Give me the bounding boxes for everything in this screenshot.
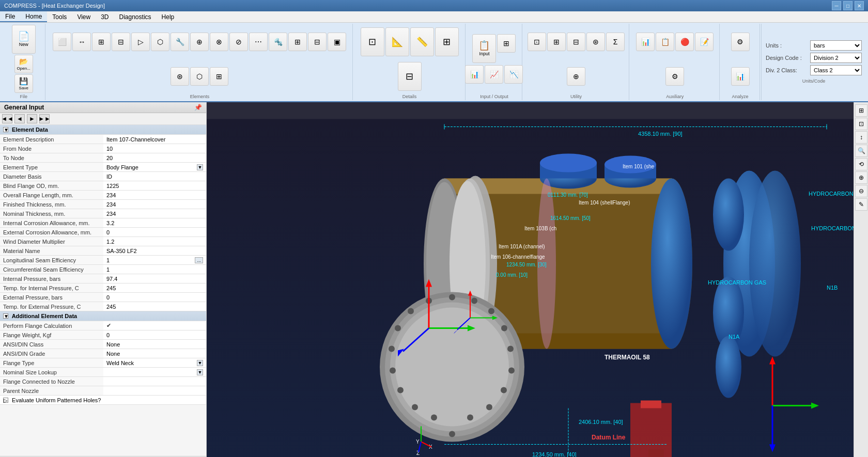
elem-btn-10[interactable]: ⊘	[229, 33, 248, 51]
nav-first[interactable]: ◄◄	[2, 114, 12, 123]
value-flange-connected[interactable]	[103, 377, 206, 386]
elem-btn-3[interactable]: ⊞	[92, 33, 111, 51]
elem-btn-13[interactable]: ⊞	[288, 33, 307, 51]
elem-btn-5[interactable]: ▷	[131, 33, 150, 51]
right-tool-8[interactable]: ✎	[855, 198, 867, 211]
analyze-btn-2[interactable]: 📊	[731, 67, 750, 86]
value-diameter-basis[interactable]: ID	[103, 172, 206, 181]
util-btn-2[interactable]: ⊞	[547, 33, 566, 51]
right-tool-4[interactable]: 🔍	[855, 145, 867, 157]
details-btn-5[interactable]: ⊟	[398, 62, 422, 91]
value-longitudinal-seam[interactable]: 1 ...	[103, 256, 206, 265]
menu-view[interactable]: View	[72, 11, 96, 22]
elem-btn-7[interactable]: 🔧	[171, 33, 189, 51]
details-btn-1[interactable]: ⊡	[361, 27, 384, 56]
value-material-name[interactable]: SA-350 LF2	[103, 246, 206, 256]
io-btn-5[interactable]: 📉	[504, 65, 523, 84]
value-ansi-class[interactable]: None	[103, 340, 206, 349]
elem-btn-15[interactable]: ▣	[328, 33, 346, 51]
aux-btn-1[interactable]: 📊	[636, 33, 655, 51]
value-ansi-grade[interactable]: None	[103, 349, 206, 358]
minimize-button[interactable]: ─	[832, 1, 841, 10]
value-external-pressure[interactable]: 0	[103, 293, 206, 302]
aux-btn-3[interactable]: 🔴	[675, 33, 694, 51]
util-btn-1[interactable]: ⊡	[528, 33, 546, 51]
value-temp-external[interactable]: 245	[103, 302, 206, 311]
value-perform-flange[interactable]: ✔	[103, 321, 206, 330]
elem-btn-11[interactable]: ⋯	[249, 33, 268, 51]
nominal-size-dropdown[interactable]: ▼	[197, 369, 203, 375]
longitudinal-seam-dots[interactable]: ...	[195, 257, 203, 263]
save-button[interactable]: 💾 Save	[14, 74, 33, 93]
units-select[interactable]: bars psi MPa kPa	[810, 40, 862, 51]
io-btn-3[interactable]: 📊	[465, 65, 484, 84]
nav-prev[interactable]: ◄	[14, 114, 25, 123]
open-button[interactable]: 📂 Open...	[14, 55, 33, 73]
elem-btn-4[interactable]: ⊟	[112, 33, 130, 51]
menu-tools[interactable]: Tools	[47, 11, 72, 22]
value-from-node[interactable]: 10	[103, 144, 206, 153]
elem-btn-8[interactable]: ⊕	[190, 33, 209, 51]
value-nominal-thickness[interactable]: 234	[103, 209, 206, 218]
value-temp-internal[interactable]: 245	[103, 283, 206, 293]
value-element-type[interactable]: Body Flange ▼	[103, 163, 206, 172]
elem-btn-6[interactable]: ⬡	[151, 33, 169, 51]
value-flange-weight[interactable]: 0	[103, 330, 206, 340]
new-button[interactable]: 📄 New	[12, 25, 36, 54]
maximize-button[interactable]: □	[843, 1, 853, 10]
right-tool-6[interactable]: ⊕	[855, 171, 867, 184]
right-tool-7[interactable]: ⊖	[855, 185, 867, 197]
util-btn-5[interactable]: Σ	[606, 33, 625, 51]
details-btn-4[interactable]: ⊞	[435, 27, 459, 56]
details-btn-3[interactable]: 📏	[410, 27, 434, 56]
aux-btn-2[interactable]: 📋	[656, 33, 674, 51]
value-external-corrosion[interactable]: 0	[103, 228, 206, 237]
analyze-btn-1[interactable]: ⚙	[731, 33, 750, 51]
menu-3d[interactable]: 3D	[96, 11, 114, 22]
details-btn-2[interactable]: 📐	[385, 27, 409, 56]
right-tool-2[interactable]: ⊡	[855, 118, 867, 130]
value-wind-diameter[interactable]: 1.2	[103, 237, 206, 246]
value-blind-flange-od[interactable]: 1225	[103, 181, 206, 191]
aux-btn-4[interactable]: 📝	[695, 33, 714, 51]
design-code-select[interactable]: Division 1 Division 2	[810, 53, 862, 63]
elem-btn-14[interactable]: ⊟	[308, 33, 327, 51]
elem-btn-16[interactable]: ⊛	[171, 67, 189, 86]
elem-btn-9[interactable]: ⊗	[210, 33, 228, 51]
elem-btn-18[interactable]: ⊞	[210, 67, 228, 86]
value-to-node[interactable]: 20	[103, 153, 206, 163]
value-element-description[interactable]: Item 107-Channelcover	[103, 135, 206, 144]
div2-class-select[interactable]: Class 1 Class 2 Class 3	[810, 65, 862, 75]
menu-diagnostics[interactable]: Diagnostics	[114, 11, 157, 22]
expand-evaluate-holes[interactable]: ▷	[3, 398, 8, 403]
value-internal-corrosion[interactable]: 3.2	[103, 218, 206, 228]
flange-type-dropdown[interactable]: ▼	[197, 360, 203, 366]
io-btn-2[interactable]: ⊞	[497, 34, 516, 53]
elem-btn-17[interactable]: ⬡	[190, 67, 209, 86]
expand-additional-data[interactable]: ▼	[3, 313, 8, 319]
value-overall-flange-length[interactable]: 234	[103, 191, 206, 200]
util-btn-3[interactable]: ⊟	[567, 33, 585, 51]
io-btn-4[interactable]: 📈	[485, 65, 503, 84]
elem-btn-1[interactable]: ⬜	[53, 33, 71, 51]
value-internal-pressure[interactable]: 97.4	[103, 274, 206, 283]
util-btn-4[interactable]: ⊛	[586, 33, 605, 51]
menu-file[interactable]: File	[0, 11, 20, 22]
value-nominal-size[interactable]: ▼	[103, 368, 206, 377]
nav-next[interactable]: ►	[27, 114, 37, 123]
menu-home[interactable]: Home	[20, 11, 47, 22]
right-tool-5[interactable]: ⟲	[855, 158, 867, 170]
right-tool-1[interactable]: ⊞	[855, 104, 867, 117]
expand-element-data[interactable]: ▼	[3, 127, 8, 132]
input-button[interactable]: 📋 Input	[472, 34, 496, 63]
close-button[interactable]: ✕	[855, 1, 864, 10]
menu-help[interactable]: Help	[157, 11, 180, 22]
right-tool-3[interactable]: ↕	[855, 131, 867, 144]
elem-btn-12[interactable]: 🔩	[269, 33, 287, 51]
value-parent-nozzle[interactable]	[103, 386, 206, 396]
value-circumferential-seam[interactable]: 1	[103, 265, 206, 274]
util-btn-6[interactable]: ⊕	[567, 67, 585, 86]
value-finished-thickness[interactable]: 234	[103, 200, 206, 209]
aux-btn-5[interactable]: ⚙	[665, 67, 684, 86]
elem-btn-2[interactable]: ↔	[72, 33, 91, 51]
